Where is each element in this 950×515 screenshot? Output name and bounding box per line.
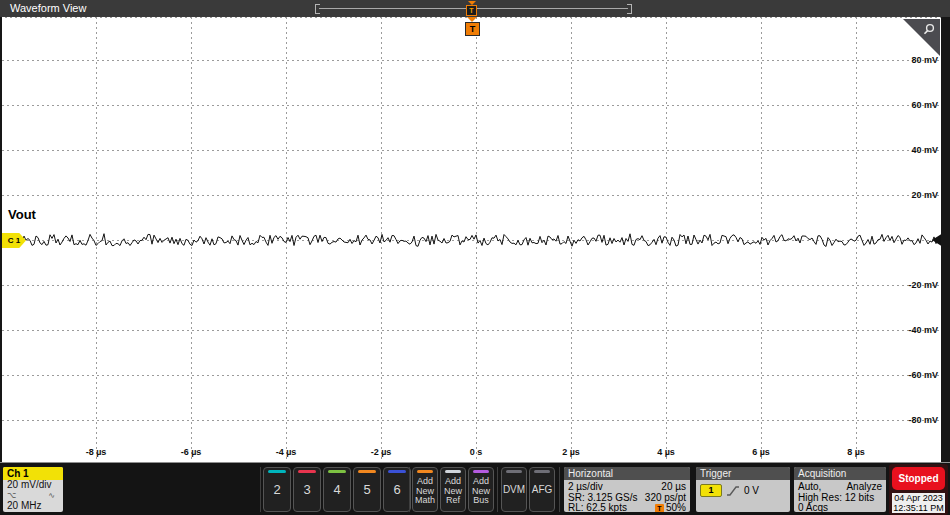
channel-button-label: 6 <box>393 482 400 497</box>
x-axis-label: 8 µs <box>834 447 878 457</box>
channel-button-label: 2 <box>273 482 280 497</box>
date: 04 Apr 2023 <box>892 493 945 503</box>
probe-icon: ⌥ <box>7 491 16 501</box>
channel1-bandwidth: 20 MHz <box>3 501 63 512</box>
overview-trigger-marker[interactable]: T <box>466 1 477 16</box>
add-new-math-button[interactable]: AddNewMath <box>412 467 438 512</box>
trigger-position-flag[interactable]: T <box>465 17 479 36</box>
record-length: RL: 62.5 kpts <box>568 503 627 512</box>
acquisition-header: Acquisition <box>794 467 886 480</box>
trigger-level: 0 V <box>744 485 759 496</box>
x-axis-label: -2 µs <box>359 447 403 457</box>
trigger-position-percent: T50% <box>655 503 686 512</box>
waveform-label: Vout <box>8 207 36 222</box>
horizontal-overview[interactable]: T <box>315 2 632 15</box>
channel1-scale: 20 mV/div <box>3 480 63 491</box>
utility-buttons: DVMAFG <box>501 467 555 512</box>
magnifier-icon <box>921 22 937 38</box>
x-axis-label: -6 µs <box>169 447 213 457</box>
button-color-bar <box>473 470 489 473</box>
channel1-badge[interactable]: Ch 1 20 mV/div ⌥ ∿ 20 MHz <box>3 467 63 512</box>
rising-edge-icon <box>726 485 740 497</box>
sine-icon: ∿ <box>48 491 55 501</box>
channel-color-bar <box>388 470 406 473</box>
utility-button-label: DVM <box>503 484 525 495</box>
channel-3-button[interactable]: 3 <box>293 467 321 512</box>
add-button-line: Ref <box>446 496 460 506</box>
channel-color-bar <box>328 470 346 473</box>
y-axis-label: -80 mV <box>908 415 938 425</box>
overview-left-bracket <box>315 4 320 14</box>
y-axis-label: -40 mV <box>908 325 938 335</box>
trigger-flag-label: T <box>465 22 480 36</box>
channel-color-bar <box>298 470 316 473</box>
button-color-bar <box>534 470 550 473</box>
x-axis-label: -4 µs <box>264 447 308 457</box>
add-button-line: Math <box>415 496 435 506</box>
trigger-position-icon: T <box>655 504 664 512</box>
oscilloscope-screen: Waveform View T 80 mV60 mV40 mV20 mV-20 … <box>0 0 950 515</box>
channel-5-button[interactable]: 5 <box>353 467 381 512</box>
x-axis-label: 4 µs <box>644 447 688 457</box>
overview-right-bracket <box>627 4 632 14</box>
channel-4-button[interactable]: 4 <box>323 467 351 512</box>
button-color-bar <box>417 470 433 473</box>
add-new-buttons: AddNewMathAddNewRefAddNewBus <box>412 467 494 512</box>
time: 12:35:11 PM <box>892 503 945 513</box>
dvm-button[interactable]: DVM <box>501 467 527 512</box>
channel-button-label: 5 <box>363 482 370 497</box>
y-axis-label: 40 mV <box>911 145 938 155</box>
x-axis-label: 6 µs <box>739 447 783 457</box>
button-color-bar <box>506 470 522 473</box>
time-per-div: 2 µs/div <box>568 482 603 493</box>
trigger-header: Trigger <box>696 467 790 480</box>
channel-2-button[interactable]: 2 <box>263 467 291 512</box>
trigger-source-badge: 1 <box>700 484 722 497</box>
add-button-line: Bus <box>473 496 489 506</box>
afg-button[interactable]: AFG <box>529 467 555 512</box>
left-edge-band <box>0 17 2 462</box>
waveform-trace <box>14 234 938 247</box>
horizontal-header: Horizontal <box>564 467 690 480</box>
y-axis-label: 60 mV <box>911 100 938 110</box>
record-duration: 20 µs <box>661 482 686 493</box>
channel-button-label: 4 <box>333 482 340 497</box>
channel-buttons: 23456 <box>263 467 411 512</box>
add-new-ref-button[interactable]: AddNewRef <box>440 467 466 512</box>
graticule <box>0 17 950 462</box>
separator <box>559 467 560 512</box>
x-axis-label: 2 µs <box>549 447 593 457</box>
y-axis-label: -60 mV <box>908 370 938 380</box>
horizontal-panel[interactable]: Horizontal 2 µs/div 20 µs SR: 3.125 GS/s… <box>564 467 690 512</box>
y-axis-label: 20 mV <box>911 190 938 200</box>
acquisition-panel[interactable]: Acquisition Auto, Analyze High Res: 12 b… <box>794 467 886 512</box>
trigger-panel[interactable]: Trigger 1 0 V <box>696 467 790 512</box>
separator <box>409 467 410 512</box>
channel-color-bar <box>268 470 286 473</box>
channel-button-label: 3 <box>303 482 310 497</box>
y-axis-label: 80 mV <box>911 55 938 65</box>
x-axis-label: -8 µs <box>74 447 118 457</box>
add-new-bus-button[interactable]: AddNewBus <box>468 467 494 512</box>
date-time: 04 Apr 2023 12:35:11 PM <box>892 493 945 513</box>
separator <box>260 467 261 512</box>
bottom-toolbar: Ch 1 20 mV/div ⌥ ∿ 20 MHz 23456 AddNewMa… <box>0 462 950 515</box>
right-edge-band <box>941 17 950 462</box>
y-axis-label: -20 mV <box>908 280 938 290</box>
button-color-bar <box>445 470 461 473</box>
channel-6-button[interactable]: 6 <box>383 467 411 512</box>
acq-mode: Auto, <box>798 482 821 493</box>
x-axis-label: 0 s <box>454 447 498 457</box>
run-state-block: Stopped 04 Apr 2023 12:35:11 PM <box>889 464 948 515</box>
acq-analyze: Analyze <box>846 482 882 493</box>
acq-count: 0 Acqs <box>798 503 828 512</box>
window-title: Waveform View <box>10 2 86 14</box>
separator <box>497 467 498 512</box>
utility-button-label: AFG <box>532 484 553 495</box>
channel-color-bar <box>358 470 376 473</box>
overview-trigger-label: T <box>466 5 477 16</box>
run-stop-button[interactable]: Stopped <box>892 467 945 490</box>
